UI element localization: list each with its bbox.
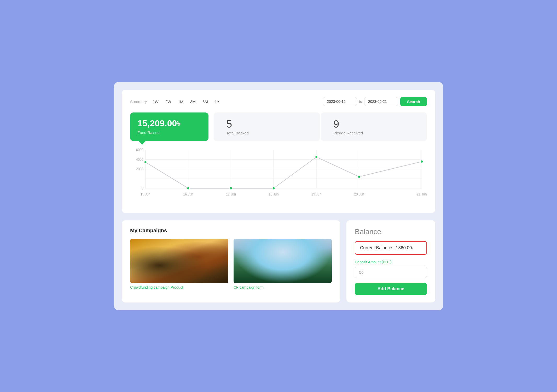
svg-text:19 Jun: 19 Jun — [311, 192, 321, 196]
fund-raised-amount: 15,209.00৳ — [137, 118, 201, 129]
deposit-input[interactable] — [355, 267, 427, 278]
svg-text:4000: 4000 — [136, 157, 143, 162]
date-section: to Search — [323, 97, 427, 106]
total-backed-number: 5 — [226, 118, 307, 130]
campaigns-card: My Campaigns Crowdfunding campaign Produ… — [122, 220, 340, 302]
campaign-1-wrap: Crowdfunding campaign Product — [130, 239, 228, 289]
summary-label: Summary — [130, 99, 147, 104]
pledge-received-number: 9 — [333, 118, 414, 130]
period-6m[interactable]: 6M — [200, 98, 211, 105]
svg-point-20 — [272, 187, 275, 189]
svg-text:2000: 2000 — [136, 167, 143, 171]
campaigns-title: My Campaigns — [130, 228, 332, 234]
bottom-row: My Campaigns Crowdfunding campaign Produ… — [122, 220, 435, 302]
svg-point-19 — [230, 187, 232, 189]
search-button[interactable]: Search — [400, 97, 427, 106]
svg-text:20 Jun: 20 Jun — [354, 192, 364, 196]
svg-text:21 Jun: 21 Jun — [417, 192, 427, 196]
top-card: Summary 1W 2W 1M 3M 6M 1Y to Search 15,2… — [122, 90, 435, 213]
period-1y[interactable]: 1Y — [212, 98, 222, 105]
balance-title: Balance — [355, 228, 427, 236]
svg-point-21 — [315, 155, 318, 158]
fund-raised-label: Fund Raised — [137, 130, 201, 135]
to-label: to — [359, 99, 362, 104]
date-to-input[interactable] — [364, 97, 398, 106]
date-from-input[interactable] — [323, 97, 357, 106]
pledge-received-card: 9 Pledge Received — [321, 112, 427, 141]
chart-container: 6000 4000 2000 0 — [130, 147, 427, 205]
svg-point-18 — [187, 187, 189, 189]
period-3m[interactable]: 3M — [188, 98, 198, 105]
outer-card: Summary 1W 2W 1M 3M 6M 1Y to Search 15,2… — [114, 82, 443, 310]
svg-text:0: 0 — [142, 186, 143, 190]
svg-point-23 — [421, 160, 423, 163]
svg-point-17 — [144, 161, 147, 163]
period-2w[interactable]: 2W — [163, 98, 174, 105]
stats-row: 15,209.00৳ Fund Raised 5 Total Backed 9 … — [130, 112, 427, 141]
svg-text:17 Jun: 17 Jun — [226, 192, 236, 196]
campaign-2-image — [234, 239, 332, 283]
stats-boxes: 5 Total Backed 9 Pledge Received — [214, 112, 427, 141]
deposit-amount-label: Deposit Amount (BDT) — [355, 260, 427, 264]
fund-raised-card: 15,209.00৳ Fund Raised — [130, 112, 208, 141]
add-balance-button[interactable]: Add Balance — [355, 283, 427, 295]
period-1m[interactable]: 1M — [175, 98, 186, 105]
campaign-1-link[interactable]: Crowdfunding campaign Product — [130, 285, 228, 289]
svg-text:18 Jun: 18 Jun — [269, 192, 278, 196]
campaign-images: Crowdfunding campaign Product CF campaig… — [130, 239, 332, 289]
campaign-2-link[interactable]: CF campaign form — [234, 285, 332, 289]
svg-point-22 — [358, 175, 361, 178]
period-1w[interactable]: 1W — [150, 98, 161, 105]
svg-text:6000: 6000 — [136, 148, 143, 152]
svg-text:16 Jun: 16 Jun — [183, 192, 193, 196]
total-backed-card: 5 Total Backed — [214, 112, 320, 141]
current-balance-box: Current Balance : 1360.00৳ — [355, 241, 427, 255]
balance-card: Balance Current Balance : 1360.00৳ Depos… — [346, 220, 435, 302]
total-backed-label: Total Backed — [226, 131, 307, 135]
campaign-1-image — [130, 239, 228, 283]
current-balance-label: Current Balance : 1360.00৳ — [360, 245, 414, 250]
svg-text:15 Jun: 15 Jun — [141, 192, 150, 196]
campaign-2-wrap: CF campaign form — [234, 239, 332, 289]
chart-svg: 6000 4000 2000 0 — [130, 147, 427, 205]
pledge-received-label: Pledge Received — [333, 131, 414, 135]
nav-row: Summary 1W 2W 1M 3M 6M 1Y to Search — [130, 97, 427, 106]
